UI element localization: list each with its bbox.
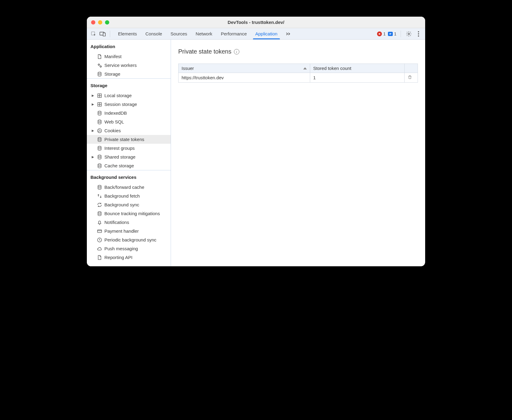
clock-icon	[97, 237, 103, 243]
sidebar-item-label: Private state tokens	[104, 137, 144, 142]
sidebar-item-label: IndexedDB	[104, 110, 127, 116]
toolbar-right: 1 1	[377, 30, 422, 38]
sidebar-item-label: Reporting API	[104, 255, 133, 260]
sidebar-item-background-fetch[interactable]: ▶Background fetch	[87, 192, 171, 200]
db-icon	[97, 184, 103, 190]
tab-performance[interactable]: Performance	[217, 28, 251, 39]
sidebar-item-interest-groups[interactable]: ▶Interest groups	[87, 144, 171, 153]
sidebar-item-cache-storage[interactable]: ▶Cache storage	[87, 161, 171, 170]
svg-point-7	[98, 64, 100, 65]
sidebar-item-shared-storage[interactable]: ▶Shared storage	[87, 153, 171, 161]
file-icon	[97, 254, 103, 261]
section-title: Storage	[87, 79, 171, 91]
sidebar-item-background-sync[interactable]: ▶Background sync	[87, 200, 171, 209]
messages-badge[interactable]: 1	[388, 31, 396, 36]
db-icon	[97, 119, 103, 125]
sidebar-item-web-sql[interactable]: ▶Web SQL	[87, 117, 171, 126]
sidebar-item-push-messaging[interactable]: ▶Push messaging	[87, 244, 171, 253]
svg-point-15	[99, 130, 100, 130]
sidebar-item-manifest[interactable]: ▶Manifest	[87, 52, 171, 61]
sidebar-item-storage[interactable]: ▶Storage	[87, 70, 171, 78]
inspect-element-icon[interactable]	[90, 30, 97, 38]
sidebar-item-label: Session storage	[104, 102, 137, 107]
sidebar-item-back-forward-cache[interactable]: ▶Back/forward cache	[87, 183, 171, 192]
devtools-window: DevTools - trusttoken.dev/ ElementsConso…	[87, 17, 425, 266]
col-count[interactable]: Stored token count	[310, 64, 405, 73]
sidebar-item-periodic-background-sync[interactable]: ▶Periodic background sync	[87, 235, 171, 244]
toolbar-divider	[110, 31, 110, 37]
sidebar-item-label: Bounce tracking mitigations	[104, 211, 160, 216]
errors-badge[interactable]: 1	[377, 31, 386, 36]
svg-point-22	[98, 185, 101, 187]
minimize-window-button[interactable]	[98, 20, 102, 25]
sidebar-item-indexeddb[interactable]: ▶IndexedDB	[87, 109, 171, 117]
sidebar-item-private-state-tokens[interactable]: ▶Private state tokens	[87, 135, 171, 144]
sidebar-item-label: Background sync	[104, 202, 139, 207]
kebab-menu-icon[interactable]	[415, 30, 422, 38]
svg-point-4	[418, 31, 419, 32]
tab-elements[interactable]: Elements	[114, 28, 141, 39]
delete-icon[interactable]	[408, 75, 412, 80]
sidebar-item-label: Push messaging	[104, 246, 138, 251]
col-count-label: Stored token count	[313, 66, 351, 71]
sidebar-item-label: Shared storage	[104, 154, 136, 159]
expand-arrow-icon[interactable]: ▶	[91, 103, 95, 106]
panel-title-row: Private state tokens i	[178, 48, 418, 55]
sidebar-item-label: Local storage	[104, 93, 132, 98]
table-row[interactable]: https://trusttoken.dev1	[179, 73, 418, 83]
svg-point-18	[98, 137, 101, 139]
panel-tabs: ElementsConsoleSourcesNetworkPerformance…	[114, 28, 282, 39]
db-icon	[97, 154, 103, 160]
table-icon	[97, 93, 103, 99]
col-issuer[interactable]: Issuer	[179, 64, 310, 73]
db-icon	[97, 211, 103, 217]
svg-point-9	[98, 72, 101, 74]
expand-arrow-icon[interactable]: ▶	[91, 94, 95, 97]
card-icon	[97, 228, 103, 234]
maximize-window-button[interactable]	[105, 20, 109, 25]
errors-count: 1	[383, 31, 386, 36]
sidebar-item-service-workers[interactable]: ▶Service workers	[87, 61, 171, 70]
expand-arrow-icon[interactable]: ▶	[91, 155, 95, 159]
tab-sources[interactable]: Sources	[166, 28, 192, 39]
tokens-table: Issuer Stored token count https://trustt…	[178, 64, 418, 83]
sidebar-item-bounce-tracking-mitigations[interactable]: ▶Bounce tracking mitigations	[87, 209, 171, 218]
svg-point-13	[98, 120, 101, 121]
sidebar-item-notifications[interactable]: ▶Notifications	[87, 218, 171, 227]
sidebar-item-payment-handler[interactable]: ▶Payment handler	[87, 227, 171, 235]
db-icon	[97, 110, 103, 116]
sidebar-item-label: Payment handler	[104, 228, 139, 234]
sidebar-item-cookies[interactable]: ▶Cookies	[87, 126, 171, 135]
section-title: Application	[87, 40, 171, 52]
svg-point-17	[99, 131, 99, 132]
sidebar-item-label: Cookies	[104, 128, 121, 133]
sidebar-item-session-storage[interactable]: ▶Session storage	[87, 100, 171, 109]
expand-arrow-icon[interactable]: ▶	[91, 129, 95, 132]
tab-application[interactable]: Application	[251, 28, 282, 39]
sync-icon	[97, 202, 103, 208]
tab-network[interactable]: Network	[192, 28, 217, 39]
table-icon	[97, 101, 103, 107]
tab-console[interactable]: Console	[141, 28, 166, 39]
application-sidebar: Application▶Manifest▶Service workers▶Sto…	[87, 40, 171, 266]
settings-icon[interactable]	[405, 30, 412, 38]
svg-point-3	[408, 33, 410, 34]
device-toolbar-icon[interactable]	[99, 30, 106, 38]
col-action	[405, 64, 418, 73]
panel-title: Private state tokens	[178, 48, 231, 55]
sidebar-item-local-storage[interactable]: ▶Local storage	[87, 91, 171, 100]
svg-point-20	[98, 155, 101, 156]
more-tabs-icon[interactable]	[285, 30, 292, 38]
sidebar-item-label: Web SQL	[104, 119, 124, 124]
svg-point-14	[97, 129, 102, 133]
svg-point-6	[418, 35, 419, 37]
sidebar-item-reporting-api[interactable]: ▶Reporting API	[87, 253, 171, 262]
cloud-icon	[97, 246, 103, 252]
error-icon	[377, 31, 382, 36]
file-icon	[97, 54, 103, 60]
close-window-button[interactable]	[91, 20, 95, 25]
fetch-icon	[97, 193, 103, 199]
info-icon[interactable]: i	[234, 49, 239, 54]
sidebar-item-label: Service workers	[104, 63, 137, 68]
db-icon	[97, 136, 103, 143]
